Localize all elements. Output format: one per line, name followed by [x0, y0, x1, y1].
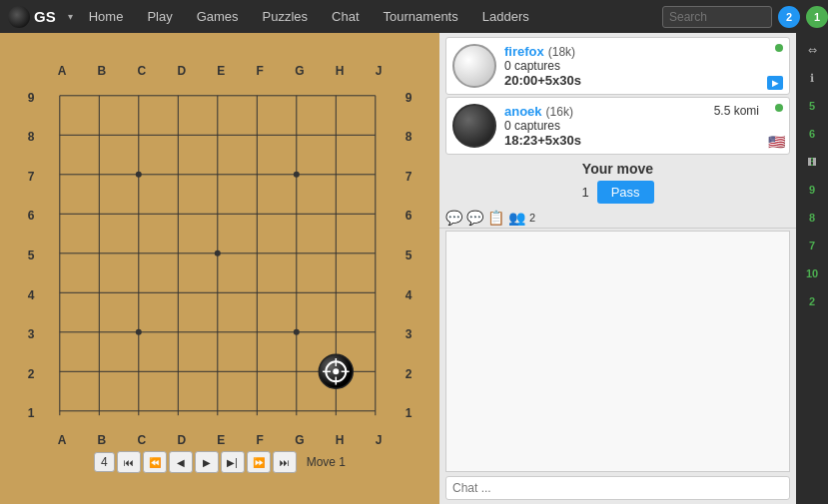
prev-10-btn[interactable]: ⏪ [143, 451, 167, 473]
first-move-btn[interactable]: ⏮ [117, 451, 141, 473]
svg-point-18 [136, 172, 142, 178]
chat-user-count: 2 [529, 212, 535, 224]
board-row-labels-right: 9 8 7 6 5 4 3 2 1 [398, 78, 419, 433]
logo-circle [8, 6, 30, 28]
sidebar-share-btn[interactable]: 7 [799, 233, 825, 258]
top-nav: GS ▾ Home Play Games Puzzles Chat Tourna… [0, 0, 828, 33]
board-row-labels-left: 9 8 7 6 5 4 3 2 1 [20, 78, 42, 433]
black-player-rank: (16k) [546, 105, 573, 119]
svg-point-21 [136, 329, 142, 335]
chat-group-icon[interactable]: 💬 [466, 210, 483, 226]
notification-badge[interactable]: 2 [778, 6, 800, 28]
sidebar-resize-btn[interactable]: ⇔ [799, 37, 825, 63]
chat-icons-bar: 💬 💬 📋 👥 2 [439, 208, 796, 229]
pass-row: 1 Pass [439, 181, 796, 204]
white-captures: 0 captures [504, 59, 783, 73]
move-number-display: 4 [94, 452, 115, 472]
black-komi: 5.5 komi [714, 104, 759, 118]
nav-tournaments[interactable]: Tournaments [372, 0, 470, 33]
white-player-name[interactable]: firefox [504, 44, 544, 59]
svg-rect-31 [813, 158, 816, 166]
sidebar-tools-btn[interactable]: 8 [799, 205, 825, 231]
nav-items: Home Play Games Puzzles Chat Tournaments… [77, 0, 662, 33]
chat-log-icon[interactable]: 📋 [487, 210, 504, 226]
white-player-rank: (18k) [548, 45, 575, 59]
nav-ladders[interactable]: Ladders [470, 0, 541, 33]
user-badge[interactable]: 1 [806, 6, 828, 28]
next-btn[interactable]: ▶| [221, 451, 245, 473]
white-player-info: firefox (18k) 0 captures 20:00+5x30s [504, 44, 783, 88]
black-player-name[interactable]: anoek [504, 104, 542, 119]
nav-dropdown-arrow[interactable]: ▾ [64, 11, 77, 22]
chat-area [445, 231, 790, 472]
black-online-dot [775, 104, 783, 112]
grid-svg [42, 78, 398, 433]
sidebar-num-9: 9 [809, 184, 815, 196]
sidebar-num-7: 7 [809, 240, 815, 252]
sidebar-num-6: 6 [809, 128, 815, 140]
right-panel: firefox (18k) 0 captures 20:00+5x30s ▶ a… [439, 33, 796, 504]
nav-puzzles[interactable]: Puzzles [251, 0, 321, 33]
board-col-labels-top: AB CD EF GH J [20, 64, 419, 78]
pass-button[interactable]: Pass [597, 181, 654, 204]
white-player-card: firefox (18k) 0 captures 20:00+5x30s ▶ [445, 37, 790, 95]
sidebar-num-10: 10 [806, 267, 818, 279]
sidebar-paint-btn[interactable]: 9 [799, 177, 825, 203]
chat-users-icon[interactable]: 👥 [508, 210, 525, 226]
sidebar-next-btn[interactable]: 2 [799, 288, 825, 314]
board-col-labels-bottom: AB CD EF GH J [20, 433, 419, 447]
sidebar-num-5: 5 [809, 100, 815, 112]
main-layout: AB CD EF GH J 9 8 7 6 5 4 3 2 1 [0, 33, 828, 504]
sidebar-right: ⇔ ℹ 5 6 3 9 8 7 10 2 [796, 33, 828, 504]
search-input[interactable] [662, 6, 772, 28]
board-panel: AB CD EF GH J 9 8 7 6 5 4 3 2 1 [0, 33, 439, 504]
logo[interactable]: GS [0, 6, 64, 28]
svg-rect-30 [808, 158, 811, 166]
sidebar-score-btn[interactable]: 5 [799, 93, 825, 119]
sidebar-swap-btn[interactable]: 6 [799, 121, 825, 147]
black-player-card: anoek (16k) 0 captures 18:23+5x30s 5.5 k… [445, 97, 790, 155]
black-stone-avatar [452, 104, 496, 148]
go-board[interactable] [42, 78, 398, 433]
play-btn[interactable]: ▶ [195, 451, 219, 473]
sidebar-pause-btn[interactable]: 3 [799, 149, 825, 175]
chat-bubble-icon[interactable]: 💬 [445, 210, 462, 226]
nav-chat[interactable]: Chat [320, 0, 371, 33]
pause-icon [806, 156, 818, 168]
svg-point-20 [215, 251, 221, 256]
nav-search: 2 1 [662, 6, 828, 28]
sidebar-num-2: 2 [809, 295, 815, 307]
svg-point-25 [333, 368, 339, 374]
sidebar-download-btn[interactable]: 10 [799, 260, 825, 286]
svg-point-19 [294, 172, 300, 178]
current-move-num: 1 [581, 185, 588, 200]
nav-home[interactable]: Home [77, 0, 136, 33]
logo-text: GS [34, 8, 56, 25]
sidebar-num-8: 8 [809, 212, 815, 224]
prev-btn[interactable]: ◀ [169, 451, 193, 473]
nav-games[interactable]: Games [185, 0, 251, 33]
move-label: Move 1 [307, 455, 346, 469]
chat-input-row [445, 476, 790, 500]
white-time: 20:00+5x30s [504, 73, 783, 88]
next-10-btn[interactable]: ⏩ [247, 451, 271, 473]
white-online-dot [775, 44, 783, 52]
black-flag: 🇺🇸 [768, 134, 785, 150]
your-move-label: Your move [439, 155, 796, 181]
svg-point-22 [294, 329, 300, 335]
chat-input[interactable] [445, 476, 790, 500]
black-captures: 0 captures [504, 119, 783, 133]
last-move-btn[interactable]: ⏭ [273, 451, 297, 473]
ogs-icon-white: ▶ [767, 76, 783, 90]
sidebar-info-btn[interactable]: ℹ [799, 65, 825, 91]
black-time: 18:23+5x30s [504, 133, 783, 148]
board-controls: 4 ⏮ ⏪ ◀ ▶ ▶| ⏩ ⏭ Move 1 [94, 451, 346, 473]
white-stone-avatar [452, 44, 496, 88]
nav-play[interactable]: Play [135, 0, 184, 33]
